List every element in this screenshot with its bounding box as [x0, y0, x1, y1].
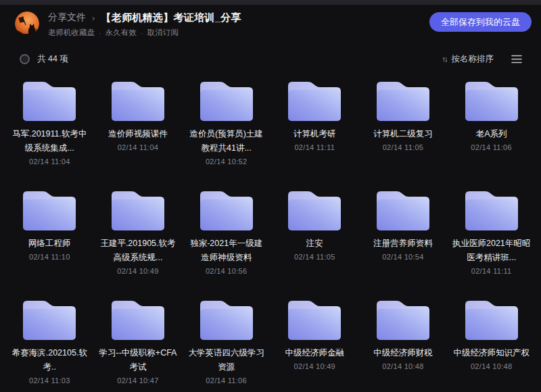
folder-icon: [374, 298, 432, 340]
item-count-label: 共 44 项: [37, 53, 68, 65]
folder-item[interactable]: 老A系列 02/14 11:06: [447, 79, 536, 189]
folder-name: 学习--中级职称+CFA考试: [98, 346, 178, 374]
folder-date: 02/14 10:54: [382, 253, 423, 261]
breadcrumb: 分享文件 › 【老师机精选】考证培训_分享: [48, 10, 241, 25]
folder-name: 马军.201911.软考中级系统集成...: [9, 127, 89, 155]
folder-icon: [463, 298, 521, 340]
folder-name: 老A系列: [476, 127, 507, 141]
folder-item[interactable]: 造价员(预算员)土建教程共41讲... 02/14 10:52: [182, 79, 270, 189]
folder-name: 执业医师2021年昭昭医考精讲班...: [452, 237, 532, 265]
folder-date: 02/14 10:48: [471, 362, 512, 370]
folder-date: 02/14 10:47: [117, 376, 158, 385]
subtitle-dot: ·: [99, 29, 101, 37]
save-all-to-cloud-button[interactable]: 全部保存到我的云盘: [429, 12, 532, 32]
folder-item[interactable]: 网络工程师 02/14 11:10: [5, 189, 94, 298]
folder-item[interactable]: 中级经济师金融 02/14 10:49: [270, 298, 359, 392]
folder-icon: [374, 189, 432, 230]
folder-icon: [197, 298, 256, 340]
folder-name: 注安: [306, 237, 323, 251]
folder-name: 大学英语四六级学习资源: [187, 346, 266, 374]
toolbar-right: ↑↓ 按名称排序: [442, 53, 523, 65]
folder-name: 王建平.201905.软考高级系统规...: [98, 237, 178, 265]
folder-date: 02/14 11:04: [29, 157, 70, 166]
folder-name: 计算机二级复习: [373, 127, 433, 141]
share-header: 分享文件 › 【老师机精选】考证培训_分享 老师机收藏盘 · 永久有效 · 取消…: [0, 5, 541, 38]
folder-item[interactable]: 大学英语四六级学习资源 02/14 11:06: [182, 298, 270, 392]
folder-item[interactable]: 执业医师2021年昭昭医考精讲班... 02/14 11:11: [447, 189, 536, 298]
folder-icon: [285, 189, 344, 230]
share-subtitle: 老师机收藏盘 · 永久有效 · 取消订阅: [48, 28, 241, 38]
toolbar-left: 共 44 项: [20, 53, 68, 65]
folder-name: 造价师视频课件: [108, 127, 168, 141]
folder-item[interactable]: 马军.201911.软考中级系统集成... 02/14 11:04: [5, 79, 94, 189]
folder-name: 独家-2021年一级建造师神级资料: [187, 237, 266, 265]
folder-icon: [285, 79, 344, 121]
folder-item[interactable]: 造价师视频课件 02/14 11:04: [94, 79, 183, 189]
folder-date: 02/14 11:11: [294, 143, 335, 151]
folder-icon: [109, 298, 167, 340]
folder-icon: [197, 79, 256, 121]
folder-date: 02/14 11:06: [206, 376, 247, 385]
folder-date: 02/14 10:49: [117, 267, 158, 275]
folder-date: 02/14 11:05: [294, 253, 335, 261]
list-view-toggle[interactable]: [511, 55, 522, 64]
folder-date: 02/14 10:49: [294, 362, 335, 370]
folder-item[interactable]: 中级经济师知识产权 02/14 10:48: [447, 298, 536, 392]
folder-name: 希赛海滨.202105.软考..: [9, 346, 89, 374]
folder-icon: [374, 79, 432, 121]
breadcrumb-chevron-icon: ›: [92, 13, 95, 23]
list-view-icon: [511, 55, 522, 64]
folder-date: 02/14 10:56: [206, 267, 247, 275]
folder-item[interactable]: 独家-2021年一级建造师神级资料 02/14 10:56: [182, 189, 270, 298]
folder-icon: [197, 189, 256, 230]
folder-date: 02/14 11:05: [383, 143, 424, 151]
folder-icon: [109, 79, 167, 121]
unsubscribe-link[interactable]: 取消订阅: [147, 28, 179, 38]
page-title: 【老师机精选】考证培训_分享: [101, 11, 241, 24]
folder-item[interactable]: 注册营养师资料 02/14 10:54: [359, 189, 448, 298]
avatar[interactable]: [15, 11, 39, 36]
folder-item[interactable]: 中级经济师财税 02/14 10:48: [359, 298, 448, 392]
folder-name: 注册营养师资料: [373, 237, 433, 251]
folder-name: 计算机考研: [293, 127, 336, 141]
cat-sunset-avatar-icon: [15, 11, 39, 36]
folder-icon: [20, 298, 78, 340]
folder-item[interactable]: 注安 02/14 11:05: [270, 189, 359, 298]
folder-item[interactable]: 希赛海滨.202105.软考.. 02/14 11:03: [5, 298, 94, 392]
folder-icon: [20, 189, 78, 230]
select-all-circle[interactable]: [20, 54, 30, 64]
folder-item[interactable]: 学习--中级职称+CFA考试 02/14 10:47: [94, 298, 183, 392]
folder-icon: [20, 79, 78, 121]
folder-icon: [463, 79, 521, 121]
folder-icon: [109, 189, 167, 230]
share-source-label: 老师机收藏盘: [48, 28, 95, 38]
folder-date: 02/14 11:03: [29, 376, 70, 385]
folder-item[interactable]: 计算机考研 02/14 11:11: [270, 79, 359, 189]
folder-name: 中级经济师金融: [285, 346, 345, 360]
window-top-strip: [0, 0, 541, 5]
header-text-block: 分享文件 › 【老师机精选】考证培训_分享 老师机收藏盘 · 永久有效 · 取消…: [48, 10, 241, 38]
folder-name: 中级经济师知识产权: [453, 346, 530, 360]
folder-item[interactable]: 计算机二级复习 02/14 11:05: [359, 79, 448, 189]
folder-item[interactable]: 王建平.201905.软考高级系统规... 02/14 10:49: [94, 189, 183, 298]
share-validity-label: 永久有效: [105, 28, 137, 38]
folder-icon: [463, 189, 521, 230]
arrows-up-down-icon: ↑↓: [442, 55, 447, 63]
folder-date: 02/14 11:11: [471, 267, 512, 275]
sort-by-name-label: 按名称排序: [452, 53, 494, 65]
folder-date: 02/14 11:06: [471, 143, 512, 151]
folder-date: 02/14 11:10: [29, 253, 70, 261]
subtitle-dot: ·: [141, 29, 143, 37]
folder-date: 02/14 10:48: [382, 362, 423, 370]
sort-control[interactable]: ↑↓ 按名称排序: [442, 53, 494, 65]
folder-name: 造价员(预算员)土建教程共41讲...: [187, 127, 266, 155]
folder-name: 中级经济师财税: [373, 346, 433, 360]
file-list-toolbar: 共 44 项 ↑↓ 按名称排序: [0, 51, 541, 66]
folder-name: 网络工程师: [28, 237, 71, 251]
folder-grid: 马军.201911.软考中级系统集成... 02/14 11:04 造价师视频课…: [0, 66, 541, 392]
folder-date: 02/14 10:52: [206, 157, 247, 166]
breadcrumb-root-link[interactable]: 分享文件: [48, 11, 86, 24]
folder-icon: [285, 298, 344, 340]
folder-date: 02/14 11:04: [118, 143, 159, 151]
